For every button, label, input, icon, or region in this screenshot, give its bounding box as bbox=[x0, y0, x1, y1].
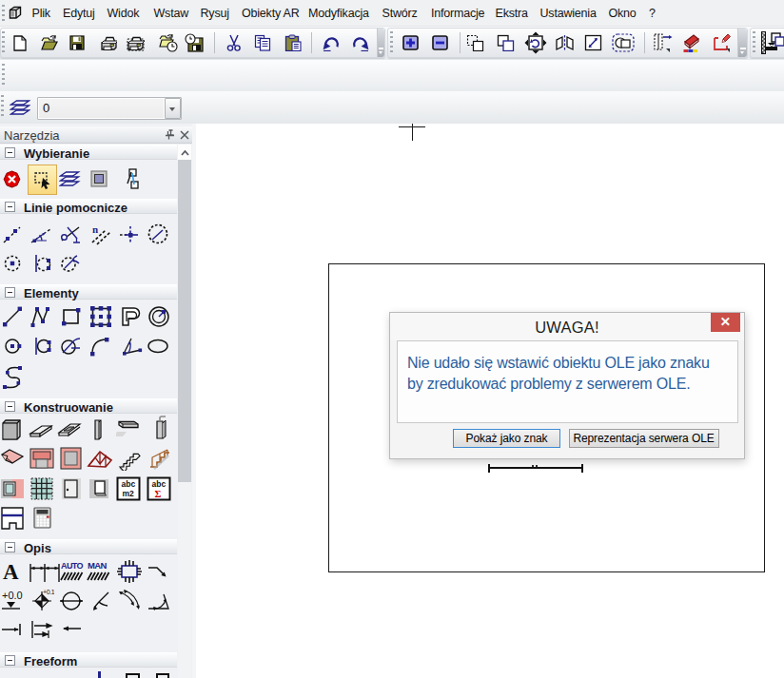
svg-text:abc: abc bbox=[152, 479, 167, 489]
svg-text:abc: abc bbox=[122, 479, 136, 489]
svg-text:n: n bbox=[92, 224, 98, 235]
svg-text:A: A bbox=[3, 561, 19, 582]
svg-text:m2: m2 bbox=[123, 489, 135, 498]
svg-text:MAN: MAN bbox=[88, 560, 108, 571]
svg-text:AUTO: AUTO bbox=[61, 561, 84, 571]
svg-text:+0.0: +0.0 bbox=[2, 590, 23, 601]
svg-text:Σ: Σ bbox=[155, 489, 162, 499]
svg-text:+0.1: +0.1 bbox=[43, 589, 54, 595]
